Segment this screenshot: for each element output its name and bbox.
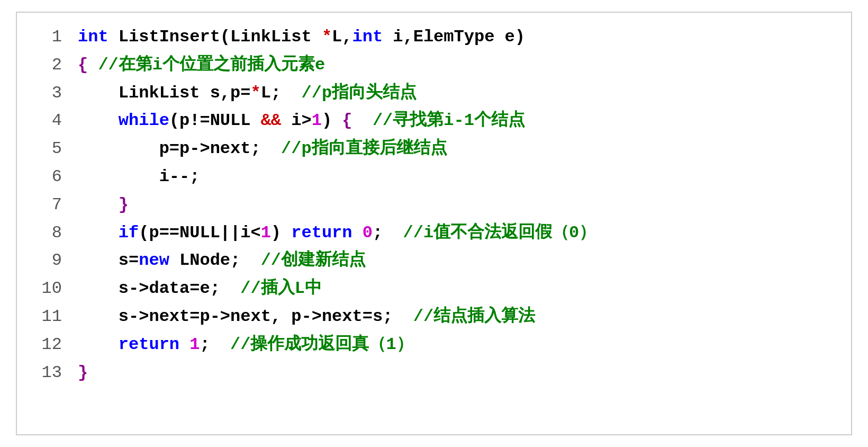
code-line: 5 p=p->next; //p指向直接后继结点 bbox=[33, 135, 835, 163]
line-number: 12 bbox=[33, 331, 62, 359]
line-number: 2 bbox=[33, 51, 62, 79]
token: ; bbox=[200, 335, 230, 354]
code-line: 11 s->next=p->next, p->next=s; //结点插入算法 bbox=[33, 303, 835, 331]
token: 1 bbox=[189, 335, 200, 354]
line-number: 6 bbox=[33, 163, 62, 191]
token: 0 bbox=[363, 223, 373, 243]
token: s->next=p->next, p->next=s; bbox=[78, 307, 413, 326]
code-line: 10 s->data=e; //插入L中 bbox=[33, 275, 835, 303]
code-line: 2{ //在第i个位置之前插入元素e bbox=[33, 51, 835, 79]
token: //寻找第i-1个结点 bbox=[352, 111, 525, 130]
token: 1 bbox=[312, 111, 322, 130]
line-number: 4 bbox=[33, 107, 62, 135]
token: ListInsert(LinkList bbox=[108, 27, 322, 47]
token: (p!=NULL bbox=[169, 111, 261, 130]
line-content: i--; bbox=[78, 163, 200, 191]
line-content: s=new LNode; //创建新结点 bbox=[78, 247, 366, 275]
code-line: 1int ListInsert(LinkList *L,int i,ElemTy… bbox=[33, 23, 835, 51]
token: int bbox=[352, 27, 383, 47]
token: if bbox=[119, 223, 139, 243]
line-content: } bbox=[78, 191, 129, 219]
line-content: return 1; //操作成功返回真（1） bbox=[78, 331, 413, 359]
line-number: 8 bbox=[33, 219, 62, 247]
token: L; bbox=[261, 83, 302, 103]
token: //插入L中 bbox=[240, 279, 322, 298]
token: while bbox=[119, 111, 169, 130]
code-line: 12 return 1; //操作成功返回真（1） bbox=[33, 331, 835, 359]
token bbox=[78, 335, 119, 354]
code-block: 1int ListInsert(LinkList *L,int i,ElemTy… bbox=[16, 12, 852, 435]
line-number: 5 bbox=[33, 135, 62, 163]
line-content: { //在第i个位置之前插入元素e bbox=[78, 51, 325, 79]
line-content: if(p==NULL||i<1) return 0; //i值不合法返回假（0） bbox=[78, 219, 596, 247]
token: s->data=e; bbox=[78, 279, 240, 298]
token: //i值不合法返回假（0） bbox=[403, 223, 596, 243]
token: s= bbox=[78, 251, 139, 270]
token bbox=[78, 111, 119, 130]
token: LinkList s,p= bbox=[78, 83, 250, 103]
code-line: 8 if(p==NULL||i<1) return 0; //i值不合法返回假（… bbox=[33, 219, 835, 247]
token bbox=[179, 335, 189, 354]
token: 1 bbox=[261, 223, 271, 243]
line-content: s->next=p->next, p->next=s; //结点插入算法 bbox=[78, 303, 535, 331]
token: (p==NULL||i< bbox=[139, 223, 260, 243]
code-line: 6 i--; bbox=[33, 163, 835, 191]
token: { bbox=[342, 111, 352, 130]
token: p=p->next; bbox=[78, 139, 281, 158]
token: //结点插入算法 bbox=[413, 307, 535, 326]
token: i--; bbox=[78, 167, 200, 186]
token: ) bbox=[322, 111, 342, 130]
token: ) bbox=[271, 223, 291, 243]
token: i> bbox=[281, 111, 312, 130]
token bbox=[352, 223, 362, 243]
token: return bbox=[291, 223, 352, 243]
line-number: 9 bbox=[33, 247, 62, 275]
token: //创建新结点 bbox=[261, 251, 366, 270]
token: LNode; bbox=[169, 251, 261, 270]
line-content: int ListInsert(LinkList *L,int i,ElemTyp… bbox=[78, 23, 525, 51]
code-line: 3 LinkList s,p=*L; //p指向头结点 bbox=[33, 79, 835, 108]
code-line: 13} bbox=[33, 359, 835, 387]
token: i,ElemType e) bbox=[383, 27, 525, 47]
line-content: s->data=e; //插入L中 bbox=[78, 275, 322, 303]
token: //p指向直接后继结点 bbox=[281, 139, 447, 158]
token bbox=[78, 223, 119, 243]
token: //操作成功返回真（1） bbox=[230, 335, 413, 354]
code-line: 4 while(p!=NULL && i>1) { //寻找第i-1个结点 bbox=[33, 107, 835, 135]
line-number: 13 bbox=[33, 359, 62, 387]
token: * bbox=[322, 27, 332, 47]
line-number: 7 bbox=[33, 191, 62, 219]
line-number: 1 bbox=[33, 23, 62, 51]
line-number: 10 bbox=[33, 275, 62, 303]
token: L, bbox=[332, 27, 352, 47]
token: } bbox=[119, 195, 129, 214]
token: && bbox=[261, 111, 281, 130]
code-line: 9 s=new LNode; //创建新结点 bbox=[33, 247, 835, 275]
token: //在第i个位置之前插入元素e bbox=[98, 55, 325, 75]
token bbox=[78, 195, 119, 214]
line-content: while(p!=NULL && i>1) { //寻找第i-1个结点 bbox=[78, 107, 525, 135]
line-number: 11 bbox=[33, 303, 62, 331]
token: //p指向头结点 bbox=[301, 83, 417, 103]
line-content: } bbox=[78, 359, 88, 387]
code-line: 7 } bbox=[33, 191, 835, 219]
token: * bbox=[250, 83, 260, 103]
token: return bbox=[119, 335, 179, 354]
line-content: LinkList s,p=*L; //p指向头结点 bbox=[78, 79, 417, 108]
token: new bbox=[139, 251, 169, 270]
token: ; bbox=[373, 223, 403, 243]
token: } bbox=[78, 363, 88, 382]
line-number: 3 bbox=[33, 79, 62, 108]
token: int bbox=[78, 27, 108, 47]
token: { bbox=[78, 55, 98, 75]
line-content: p=p->next; //p指向直接后继结点 bbox=[78, 135, 447, 163]
